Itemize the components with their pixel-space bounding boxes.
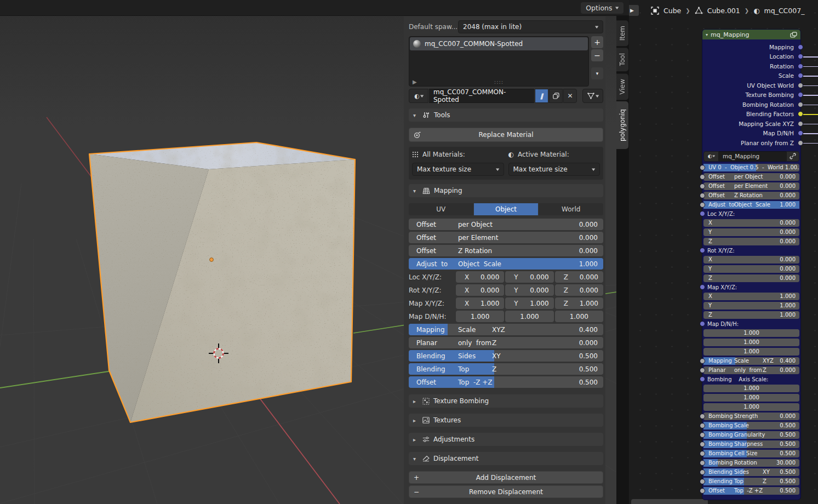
sidebar-tab-view[interactable]: View <box>616 73 628 100</box>
node-input-field[interactable]: 1.000 <box>703 394 799 402</box>
sidebar-tab-tool[interactable]: Tool <box>616 48 628 71</box>
section-header-textures[interactable]: ▸Textures <box>409 414 603 427</box>
material-list-item[interactable]: mq_CC007_COMMON-Spotted <box>410 37 588 50</box>
vector-field[interactable]: 1.000 <box>555 311 603 322</box>
editor-type-icon[interactable]: ▶ <box>629 5 639 16</box>
breadcrumb-item[interactable]: mq_CC007_ <box>764 7 805 15</box>
filter-expand-icon[interactable]: ▶ <box>413 79 417 85</box>
slider-offset[interactable]: OffsetZ Rotation0.000 <box>409 245 603 256</box>
vector-field[interactable]: 1.000 <box>456 311 504 322</box>
slider-mapping[interactable]: MappingScaleXYZ0.400 <box>409 324 603 335</box>
mapping-mode-tab-world[interactable]: World <box>539 203 603 215</box>
node-input-field[interactable]: Y1.000 <box>703 302 799 310</box>
material-name-field[interactable]: mq_CC007_COMMON-Spotted <box>429 89 534 103</box>
input-socket[interactable] <box>700 442 705 447</box>
breadcrumb-item[interactable]: Cube.001 <box>707 7 740 15</box>
vector-field[interactable]: X1.000 <box>456 297 504 309</box>
node-input-field[interactable]: 1.000 <box>703 329 799 337</box>
node-input-field[interactable]: Z1.000 <box>703 311 799 319</box>
slider-blending[interactable]: BlendingSidesXY0.500 <box>409 350 603 362</box>
button-add-displacement[interactable]: +Add Displacement <box>409 471 603 484</box>
tools-section-header[interactable]: ▾ Tools <box>409 108 603 122</box>
shader-node-editor[interactable]: ▶ Cube❯Cube.001❯◐mq_CC007_ ▾ mq_Mapping … <box>629 0 818 504</box>
fake-user-toggle[interactable]: ‖ <box>535 89 548 103</box>
input-socket[interactable] <box>700 432 705 438</box>
input-socket[interactable] <box>700 488 705 494</box>
vector-field[interactable]: 1.000 <box>505 311 553 322</box>
node-input-field[interactable]: 1.000 <box>703 403 799 411</box>
slider-offset[interactable]: Offsetper Object0.000 <box>409 219 603 230</box>
input-socket[interactable] <box>700 469 705 475</box>
slider-offset[interactable]: Offsetper Element0.000 <box>409 232 603 243</box>
node-input-field[interactable]: 1.000 <box>703 348 799 356</box>
button-remove-displacement[interactable]: −Remove Displacement <box>409 485 603 498</box>
material-list[interactable]: mq_CC007_COMMON-Spotted ▶ :::: <box>409 36 589 87</box>
node-input-slider[interactable]: BombingScale0.500 <box>703 422 799 429</box>
input-socket[interactable] <box>700 284 705 290</box>
all-materials-size-dropdown[interactable]: Max texture size ▾ <box>412 163 504 176</box>
section-header-texture-bombing[interactable]: ▸Texture Bombing <box>409 394 603 408</box>
section-header-displacement[interactable]: ▾Displacement <box>409 452 603 465</box>
node-input-field[interactable]: Y0.000 <box>703 228 799 236</box>
vector-field[interactable]: X0.000 <box>456 271 504 283</box>
material-list-menu-button[interactable]: ▾ <box>591 67 603 79</box>
vector-field[interactable]: Z0.000 <box>555 271 603 283</box>
input-socket[interactable] <box>700 184 705 189</box>
slider-blending[interactable]: BlendingTopZ0.500 <box>409 363 603 375</box>
sidebar-tab-polygoniq[interactable]: polygoniq <box>616 101 628 149</box>
output-socket[interactable] <box>798 92 803 98</box>
slider-offset[interactable]: OffsetTop -Z +Z0.500 <box>409 376 603 388</box>
input-socket[interactable] <box>700 165 705 170</box>
output-socket[interactable] <box>798 130 803 136</box>
vector-field[interactable]: Z1.000 <box>555 297 603 309</box>
input-socket[interactable] <box>700 174 705 180</box>
slider-adjust-to[interactable]: Adjust toObject Scale1.000 <box>409 258 603 270</box>
input-socket[interactable] <box>700 211 705 216</box>
input-socket[interactable] <box>700 460 705 466</box>
node-input-slider[interactable]: OffsetTop -Z +Z0.500 <box>703 487 799 495</box>
input-socket[interactable] <box>700 368 705 373</box>
input-socket[interactable] <box>700 376 705 382</box>
add-material-button[interactable]: + <box>591 36 603 48</box>
unlink-material-button[interactable]: ✕ <box>563 89 577 103</box>
node-input-slider[interactable]: MappingScaleXYZ0.400 <box>703 357 799 365</box>
node-input-field[interactable]: X0.000 <box>703 256 799 264</box>
output-socket[interactable] <box>798 83 803 88</box>
material-browse-button[interactable]: ◐▾ <box>409 89 428 103</box>
node-input-slider[interactable]: BombingCell Size0.500 <box>703 450 799 457</box>
mapping-mode-tab-object[interactable]: Object <box>474 203 539 215</box>
node-input-field[interactable]: Z0.000 <box>703 238 799 245</box>
node-input-slider[interactable]: UV 0 - Object 0.5 - World 1.00.500 <box>703 164 799 171</box>
input-socket[interactable] <box>700 193 705 198</box>
vector-field[interactable]: Y1.000 <box>505 297 553 309</box>
default-spawn-dropdown[interactable]: 2048 (max in lite) ▾ <box>458 20 603 33</box>
input-socket[interactable] <box>700 451 705 456</box>
node-input-slider[interactable]: OffsetZ Rotation0.000 <box>703 192 799 199</box>
node-input-slider[interactable]: BlendingTopZ0.500 <box>703 478 799 485</box>
input-socket[interactable] <box>700 358 705 364</box>
node-input-field[interactable]: X1.000 <box>703 293 799 300</box>
mapping-mode-tab-uv[interactable]: UV <box>409 203 473 215</box>
vector-field[interactable]: Y0.000 <box>505 284 553 296</box>
node-input-slider[interactable]: BombingStrength0.000 <box>703 413 799 420</box>
input-socket[interactable] <box>700 248 705 253</box>
active-material-size-dropdown[interactable]: Max texture size ▾ <box>508 163 600 176</box>
options-button[interactable]: Options ▾ <box>581 2 623 14</box>
sidebar-tab-item[interactable]: Item <box>616 20 628 46</box>
node-input-slider[interactable]: Adjust toObject Scale1.000 <box>703 201 799 209</box>
node-input-slider[interactable]: Offsetper Object0.000 <box>703 173 799 181</box>
input-socket[interactable] <box>700 321 705 327</box>
node-input-slider[interactable]: BombingRotation30.000 <box>703 459 799 467</box>
copy-material-button[interactable] <box>549 89 563 103</box>
breadcrumb-item[interactable]: Cube <box>663 7 681 15</box>
material-filter-button[interactable]: ▾ <box>582 89 603 103</box>
node-input-field[interactable]: Y0.000 <box>703 265 799 273</box>
cube-object[interactable] <box>89 142 355 422</box>
section-header-adjustments[interactable]: ▸Adjustments <box>409 433 603 446</box>
output-socket[interactable] <box>798 64 803 69</box>
output-socket[interactable] <box>798 121 803 127</box>
vector-field[interactable]: Z0.000 <box>555 284 603 296</box>
node-group-name-field[interactable]: mq_Mapping <box>719 151 786 162</box>
output-socket[interactable] <box>798 102 803 107</box>
input-socket[interactable] <box>700 479 705 484</box>
